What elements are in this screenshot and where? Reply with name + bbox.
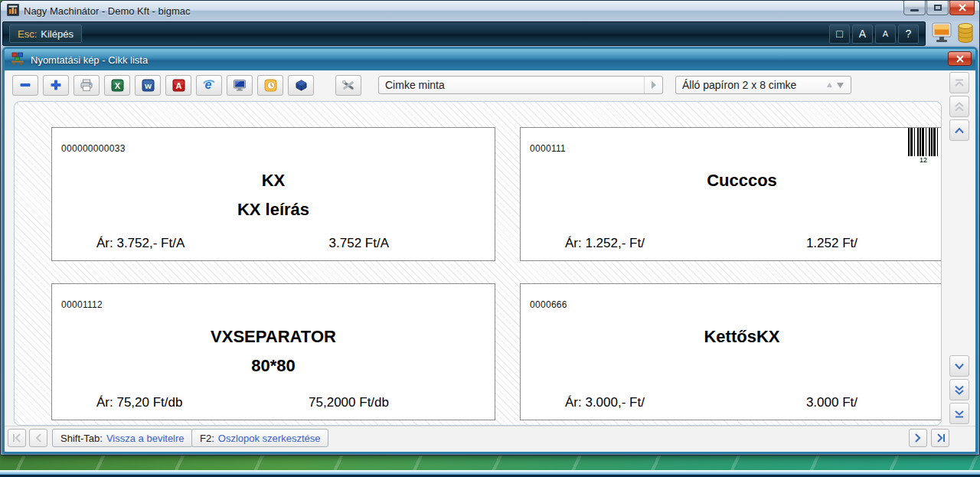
product-description: KX leírás xyxy=(52,200,495,220)
edit-columns-button[interactable]: F2: Oszlopok szerkesztése xyxy=(191,429,328,447)
hotkey-label: F2: xyxy=(200,433,214,444)
taskbar[interactable] xyxy=(0,470,980,477)
paper-layout-value: Álló papíron 2 x 8 cimke xyxy=(676,79,820,91)
screen: Nagy Machinátor - Demo Kft - bigmac Esc:… xyxy=(0,0,980,477)
archive-box-icon xyxy=(295,79,308,92)
export-excel-button[interactable]: X xyxy=(104,75,130,96)
chevron-left-icon xyxy=(34,433,42,443)
preview-body: X W A xyxy=(5,70,975,452)
tray-icons xyxy=(932,22,975,47)
font-decrease-button[interactable]: A xyxy=(875,25,896,44)
command-bar: Esc: Kilépés □ A A ? xyxy=(2,21,926,46)
exit-button[interactable]: Esc: Kilépés xyxy=(9,25,82,43)
exit-label: Kilépés xyxy=(41,28,74,40)
preview-titlebar[interactable]: Nyomtatási kép - Cikk lista xyxy=(5,49,975,70)
footer-bar: Shift-Tab: Vissza a bevitelre F2: Oszlop… xyxy=(5,426,975,452)
export-pdf-button[interactable]: A xyxy=(165,75,191,96)
close-icon xyxy=(959,4,966,11)
open-browser-button[interactable]: e xyxy=(196,75,222,96)
price-left: Ár: 3.000,- Ft/ xyxy=(565,395,645,410)
chevron-down-icon xyxy=(954,363,965,370)
price-row: Ár: 1.252,- Ft/ 1.252 Ft/ xyxy=(565,236,858,251)
vertical-scroll-strip xyxy=(949,72,969,424)
minimize-button[interactable] xyxy=(903,1,926,15)
price-left: Ár: 75,20 Ft/db xyxy=(96,395,182,410)
monitor-blue-icon xyxy=(233,79,247,92)
font-increase-button[interactable]: A xyxy=(852,25,873,44)
window-controls xyxy=(903,1,975,15)
main-titlebar[interactable]: Nagy Machinátor - Demo Kft - bigmac xyxy=(1,1,979,21)
pallet-icon xyxy=(11,52,24,68)
archive-button[interactable] xyxy=(288,75,314,96)
main-window: Nagy Machinátor - Demo Kft - bigmac Esc:… xyxy=(0,0,980,456)
send-to-screen-button[interactable] xyxy=(227,75,253,96)
label-template-value: Cimke minta xyxy=(379,79,644,91)
first-page-icon xyxy=(12,433,22,443)
last-page-icon xyxy=(936,433,946,443)
preview-window: Nyomtatási kép - Cikk lista xyxy=(2,47,978,454)
barcode xyxy=(908,128,939,156)
double-chevron-down-icon xyxy=(954,385,965,395)
previous-page-button[interactable] xyxy=(29,429,47,447)
database-icon[interactable] xyxy=(956,22,975,47)
paper-layout-arrows[interactable] xyxy=(820,82,851,89)
outlook-schedule-button[interactable] xyxy=(257,75,283,96)
price-left: Ár: 3.752,- Ft/A xyxy=(96,236,185,251)
product-code: 0000111 xyxy=(530,143,566,154)
hotkey-label: Shift-Tab: xyxy=(60,433,103,444)
price-right: 75,2000 Ft/db xyxy=(309,395,389,410)
price-right: 3.752 Ft/A xyxy=(329,236,389,251)
preview-close-button[interactable] xyxy=(948,51,972,66)
back-to-entry-button[interactable]: Shift-Tab: Vissza a bevitelre xyxy=(52,429,193,447)
svg-text:X: X xyxy=(114,80,120,90)
settings-button[interactable] xyxy=(335,75,361,96)
product-code: 0000666 xyxy=(530,299,567,310)
product-code: 000000000033 xyxy=(61,143,126,154)
first-page-button[interactable] xyxy=(8,429,26,447)
exit-hotkey: Esc: xyxy=(18,28,37,40)
line-up-button[interactable] xyxy=(949,119,969,141)
close-button[interactable] xyxy=(949,1,975,15)
next-page-button[interactable] xyxy=(909,429,927,447)
scroll-to-top-button[interactable] xyxy=(949,72,969,93)
chevron-right-icon[interactable] xyxy=(644,77,662,93)
page-up-button[interactable] xyxy=(949,96,969,117)
scroll-to-bottom-button[interactable] xyxy=(949,403,969,424)
maximize-icon xyxy=(934,5,942,11)
price-left: Ár: 1.252,- Ft/ xyxy=(565,236,645,251)
window-mode-button[interactable]: □ xyxy=(829,25,850,44)
internet-explorer-icon: e xyxy=(202,78,216,92)
maximize-button[interactable] xyxy=(926,1,949,15)
product-name: VXSEPARATOR xyxy=(52,327,495,347)
zoom-out-button[interactable] xyxy=(12,75,38,96)
pdf-icon: A xyxy=(172,79,185,92)
barcode-number: 12 xyxy=(908,156,939,164)
preview-title: Nyomtatási kép - Cikk lista xyxy=(31,54,148,66)
product-name: Cucccos xyxy=(521,171,942,191)
paper-layout-selector[interactable]: Álló papíron 2 x 8 cimke xyxy=(675,76,851,94)
print-icon xyxy=(80,79,93,92)
line-down-button[interactable] xyxy=(949,355,969,377)
zoom-in-button[interactable] xyxy=(43,75,69,96)
preview-toolbar: X W A xyxy=(5,70,945,100)
product-label: 00001112 VXSEPARATOR 80*80 Ár: 75,20 Ft/… xyxy=(51,283,495,420)
export-word-button[interactable]: W xyxy=(135,75,161,96)
chevron-up-line-icon xyxy=(954,79,965,87)
label-template-selector[interactable]: Cimke minta xyxy=(378,76,663,94)
last-page-button[interactable] xyxy=(931,429,949,447)
triangle-up-icon xyxy=(826,82,833,88)
page-down-button[interactable] xyxy=(949,379,969,400)
product-label: 0000111 12 Cucccos Ár: 1.252,- Ft/ 1.252… xyxy=(520,127,942,261)
excel-icon: X xyxy=(111,79,124,92)
zoom-out-icon xyxy=(18,78,32,92)
help-button[interactable]: ? xyxy=(898,25,919,44)
print-button[interactable] xyxy=(74,75,100,96)
product-name: KX xyxy=(52,171,495,191)
price-row: Ár: 3.752,- Ft/A 3.752 Ft/A xyxy=(96,236,389,251)
price-row: Ár: 75,20 Ft/db 75,2000 Ft/db xyxy=(96,395,389,410)
chevron-right-icon xyxy=(914,433,922,443)
product-name: KettősKX xyxy=(521,327,942,347)
monitor-icon[interactable] xyxy=(932,22,952,47)
svg-text:A: A xyxy=(175,80,181,90)
product-description: 80*80 xyxy=(52,356,495,376)
